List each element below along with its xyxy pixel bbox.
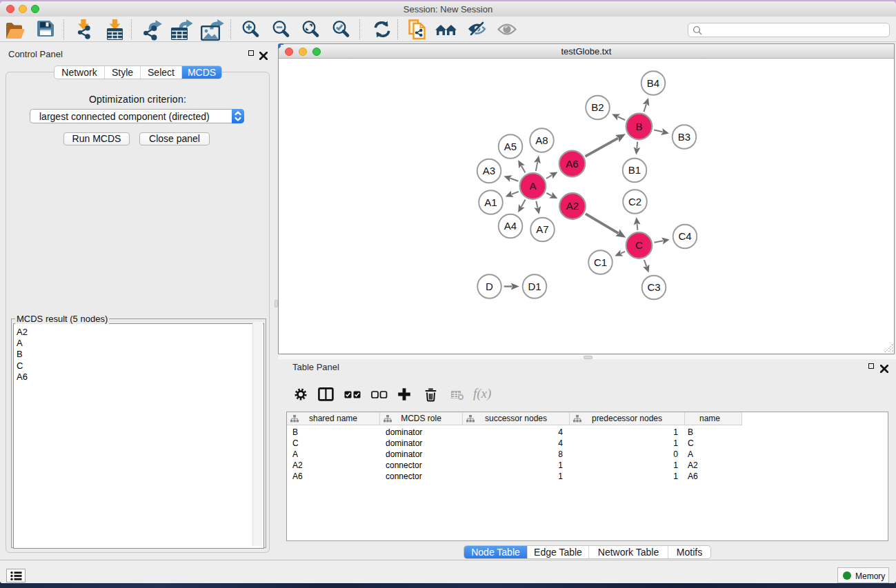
svg-text:B3: B3 — [678, 131, 690, 143]
svg-text:C4: C4 — [678, 230, 691, 242]
svg-text:A7: A7 — [536, 223, 548, 235]
svg-text:A6: A6 — [566, 158, 578, 170]
svg-text:C3: C3 — [647, 281, 660, 293]
svg-text:A1: A1 — [484, 196, 497, 208]
svg-text:B4: B4 — [647, 77, 659, 89]
svg-text:A8: A8 — [535, 134, 548, 146]
svg-text:A: A — [529, 180, 536, 192]
svg-text:A3: A3 — [483, 165, 495, 176]
svg-text:D: D — [486, 281, 493, 292]
svg-text:A2: A2 — [566, 200, 579, 212]
svg-text:C: C — [635, 239, 643, 251]
svg-text:C1: C1 — [594, 256, 607, 268]
svg-text:A5: A5 — [504, 141, 517, 152]
svg-text:B2: B2 — [591, 101, 604, 113]
svg-text:B1: B1 — [628, 164, 641, 176]
svg-text:D1: D1 — [528, 281, 541, 292]
svg-text:B: B — [635, 121, 642, 132]
svg-text:C2: C2 — [628, 196, 641, 207]
svg-text:A4: A4 — [504, 220, 517, 232]
